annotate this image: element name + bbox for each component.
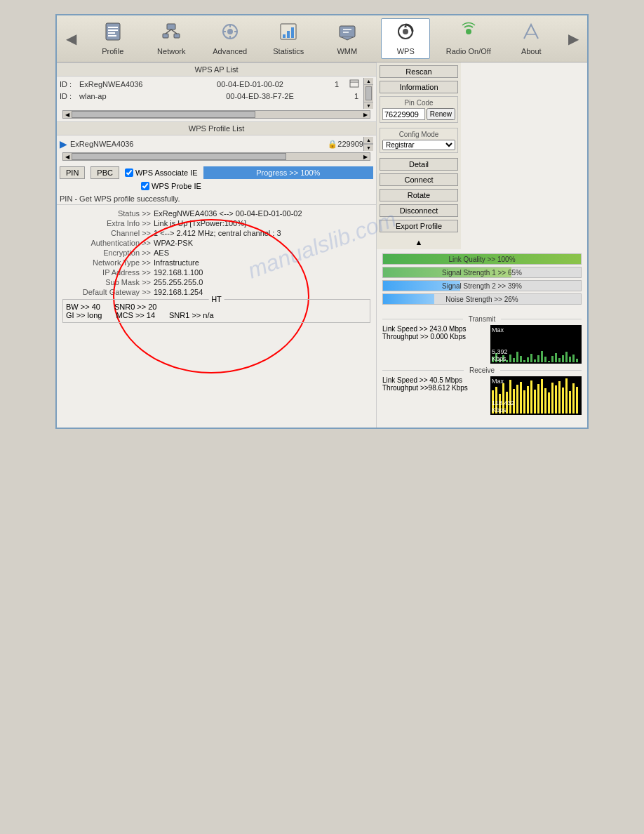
pbc-button[interactable]: PBC [90,166,119,179]
svg-rect-35 [513,358,515,362]
about-icon [521,22,541,46]
receive-throughput: Throughput >>98.612 Kbps [382,384,488,392]
svg-rect-49 [562,355,564,362]
svg-rect-62 [520,382,522,413]
svg-rect-3 [108,32,115,34]
toolbar-tabs: Profile Network [83,18,561,59]
svg-rect-48 [558,358,561,362]
profile-list: ▶ ExRegNWEA4036 🔒229909 ▲ ▼ ◀ [57,135,376,164]
tab-advanced-label: Advanced [213,47,247,55]
back-arrow[interactable]: ◀ [58,21,83,56]
config-mode-select[interactable]: Registrar Enrollee [382,140,455,150]
receive-header: Receive [467,366,497,374]
svg-rect-64 [527,386,529,413]
signal1-row: Signal Strength 1 >> 65% [382,267,582,278]
radio-icon [459,22,478,46]
rotate-button[interactable]: Rotate [380,189,458,201]
ap-name-2: wlan-ap [79,92,170,100]
forward-arrow[interactable]: ▶ [561,21,586,56]
svg-rect-43 [541,351,543,362]
svg-rect-20 [340,26,355,37]
channel-value: 1 <--> 2.412 MHz; central channel : 3 [154,229,370,237]
network-type-label: Network Type >> [62,258,154,267]
associate-ie-checkbox[interactable] [125,168,133,177]
svg-rect-34 [509,355,511,362]
svg-rect-6 [163,34,168,38]
profile-list-hscroll[interactable]: ◀ ▶ [62,152,370,161]
svg-rect-69 [544,388,546,413]
ht-row-2: GI >> long MCS >> 14 SNR1 >> n/a [66,311,367,319]
svg-rect-76 [569,391,571,413]
tab-profile[interactable]: Profile [88,18,137,59]
ap-list-hscroll[interactable]: ◀ ▶ [62,110,370,119]
svg-rect-53 [576,359,578,362]
tab-advanced[interactable]: Advanced [206,18,255,59]
svg-rect-38 [523,360,525,362]
tab-radio[interactable]: Radio On/Off [440,18,497,59]
scroll-down-arrow[interactable]: ▲ [380,238,458,246]
export-profile-button[interactable]: Export Profile [380,220,458,232]
svg-rect-41 [534,359,536,362]
svg-rect-46 [551,356,554,362]
tab-radio-label: Radio On/Off [446,47,491,55]
wps-message: PIN - Get WPS profile successfully. [57,193,376,204]
transmit-link-speed: Link Speed >> 243.0 Mbps [382,325,488,333]
ht-bw: BW >> 40 [66,303,100,311]
channel-label: Channel >> [62,229,154,237]
ap-list-vscroll[interactable]: ▲ ▼ [363,78,373,109]
ht-legend: HT [208,295,224,303]
main-content: WPS AP List ID : ExRegNWEA4036 00-04-ED-… [57,62,587,428]
svg-rect-19 [291,27,294,38]
status-area: Status >> ExRegNWEA4036 <--> 00-04-ED-01… [57,204,376,330]
transmit-val: 5.392 Kbps [492,348,508,362]
signal2-row: Signal Strength 2 >> 39% [382,280,582,291]
link-quality-label: Link Quality >> 100% [383,254,581,264]
profile-list-vscroll[interactable]: ▲ ▼ [363,137,373,151]
noise-label: Noise Strength >> 26% [383,294,581,304]
extra-info-value: Link is Up [TxPower:100%] [154,219,370,227]
information-button[interactable]: Information [380,81,458,93]
transmit-info: Link Speed >> 243.0 Mbps Throughput >> 0… [382,325,488,340]
transmit-throughput: Throughput >> 0.000 Kbps [382,333,488,340]
ap-row-2: ID : wlan-ap 00-04-ED-38-F7-2E 1 [60,91,363,102]
network-type-value: Infrastructure [154,258,370,267]
tab-wps[interactable]: WPS [381,18,430,59]
associate-ie-control: WPS Associate IE [125,168,198,177]
signal-area: Link Quality >> 100% Signal Strength 1 >… [377,249,587,311]
profile-row-1: ▶ ExRegNWEA4036 🔒229909 [60,137,363,151]
tab-about[interactable]: About [507,18,556,59]
tab-wmm[interactable]: WMM [323,18,372,59]
tab-network[interactable]: Network [147,18,196,59]
config-mode-label: Config Mode [382,131,455,138]
pin-code-input[interactable] [382,108,425,120]
svg-rect-74 [562,388,564,413]
profile-arrow-icon: ▶ [60,138,67,150]
receive-chart: Max [490,376,582,415]
disconnect-button[interactable]: Disconnect [380,204,458,217]
svg-rect-71 [551,383,554,413]
svg-rect-75 [565,378,568,413]
status-label: Status >> [62,209,154,218]
progress-bar: Progress >> 100% [203,166,373,179]
ap-mac-2: 00-04-ED-38-F7-2E [176,92,344,100]
ap-count-1: 1 [330,80,344,88]
ap-icons-1 [349,79,363,89]
detail-button[interactable]: Detail [380,158,458,171]
extra-info-label: Extra Info >> [62,219,154,227]
svg-rect-77 [572,383,575,413]
ht-snr1: SNR1 >> n/a [169,311,214,319]
svg-rect-2 [108,29,118,31]
rescan-button[interactable]: Rescan [380,65,458,78]
ap-count-2: 1 [349,92,363,100]
ht-mcs: MCS >> 14 [116,311,155,319]
svg-rect-67 [537,384,539,413]
pin-button[interactable]: PIN [60,166,85,179]
ip-label: IP Address >> [62,268,154,277]
connect-button[interactable]: Connect [380,173,458,186]
tab-statistics[interactable]: Statistics [264,18,313,59]
profile-icon [103,22,123,46]
svg-rect-37 [520,356,522,362]
ap-row-1: ID : ExRegNWEA4036 00-04-ED-01-00-02 1 [60,78,363,91]
probe-ie-checkbox[interactable] [141,182,149,190]
renew-button[interactable]: Renew [427,108,455,120]
